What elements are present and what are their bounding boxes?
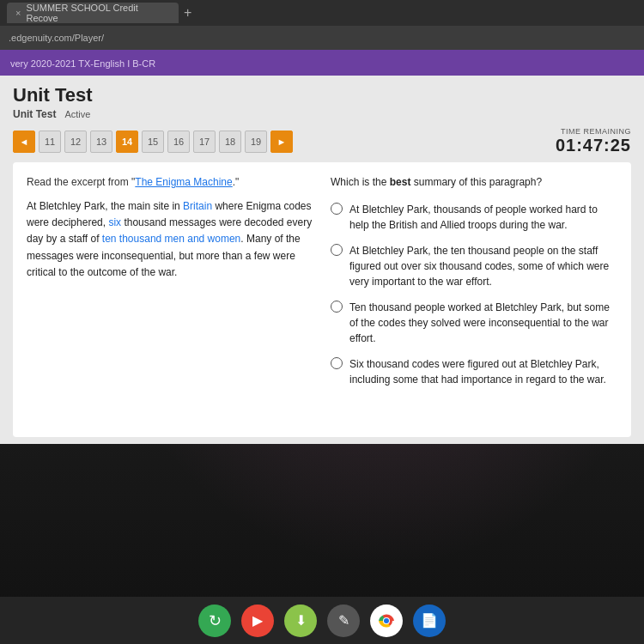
highlight-six: six xyxy=(108,216,121,228)
nav-btn-11[interactable]: 11 xyxy=(39,131,61,153)
browser-chrome: × SUMMER SCHOOL Credit Recove + .edgenui… xyxy=(0,0,644,50)
active-tab[interactable]: × SUMMER SCHOOL Credit Recove xyxy=(7,3,179,23)
time-value: 01:47:25 xyxy=(556,136,631,155)
time-remaining: TIME REMAINING 01:47:25 xyxy=(556,127,631,155)
app-header-title: very 2020-2021 TX-English I B-CR xyxy=(10,58,155,69)
subtitle-label: Unit Test xyxy=(13,108,56,120)
answer-text-2: At Bletchley Park, the ten thousand peop… xyxy=(349,243,617,289)
tab-close-icon[interactable]: × xyxy=(15,8,21,18)
radio-4[interactable] xyxy=(331,357,343,369)
taskbar-youtube-icon[interactable]: ▶ xyxy=(241,605,274,637)
page-subtitle: Unit Test Active xyxy=(13,108,631,120)
nav-btn-13[interactable]: 13 xyxy=(90,131,112,153)
tab-bar: × SUMMER SCHOOL Credit Recove + xyxy=(0,0,644,26)
answer-text-3: Ten thousand people worked at Bletchley … xyxy=(349,300,617,346)
nav-prev-button[interactable]: ◄ xyxy=(13,131,35,153)
nav-bar: ◄ 11 12 13 14 15 16 17 18 19 ► TIME REMA… xyxy=(13,127,631,155)
highlight-ten-thousand: ten thousand men and women xyxy=(102,233,240,245)
answer-option-4[interactable]: Six thousand codes were figured out at B… xyxy=(331,356,617,387)
passage-text: At Bletchley Park, the main site in Brit… xyxy=(27,198,313,281)
app-header: very 2020-2021 TX-English I B-CR xyxy=(0,50,644,76)
right-panel: Which is the best summary of this paragr… xyxy=(331,174,617,425)
taskbar-download-icon[interactable]: ⬇ xyxy=(284,605,317,637)
nav-btn-14[interactable]: 14 xyxy=(116,131,138,153)
answer-text-1: At Bletchley Park, thousands of people w… xyxy=(349,202,617,233)
tab-title: SUMMER SCHOOL Credit Recove xyxy=(26,3,170,23)
answer-option-2[interactable]: At Bletchley Park, the ten thousand peop… xyxy=(331,243,617,289)
question-bold: best xyxy=(390,176,411,188)
radio-1[interactable] xyxy=(331,203,343,215)
new-tab-button[interactable]: + xyxy=(184,5,191,21)
answer-option-3[interactable]: Ten thousand people worked at Bletchley … xyxy=(331,300,617,346)
read-prompt: Read the excerpt from "The Enigma Machin… xyxy=(27,174,313,190)
highlight-britain: Britain xyxy=(183,200,212,212)
answer-text-4: Six thousand codes were figured out at B… xyxy=(349,356,617,387)
url-text: .edgenuity.com/Player/ xyxy=(9,33,104,43)
nav-left: ◄ 11 12 13 14 15 16 17 18 19 ► xyxy=(13,131,293,153)
enigma-link[interactable]: The Enigma Machine xyxy=(135,176,232,188)
question-text: Which is the best summary of this paragr… xyxy=(331,174,617,190)
nav-btn-15[interactable]: 15 xyxy=(142,131,164,153)
taskbar: ↻ ▶ ⬇ ✎ 📄 xyxy=(0,597,644,644)
taskbar-docs-icon[interactable]: 📄 xyxy=(413,605,446,637)
status-badge: Active xyxy=(64,109,90,119)
left-panel: Read the excerpt from "The Enigma Machin… xyxy=(27,174,313,425)
taskbar-notes-icon[interactable]: ✎ xyxy=(327,605,360,637)
time-label: TIME REMAINING xyxy=(556,127,631,136)
radio-2[interactable] xyxy=(331,244,343,256)
question-card: Read the excerpt from "The Enigma Machin… xyxy=(13,162,631,437)
nav-btn-17[interactable]: 17 xyxy=(193,131,216,153)
nav-btn-19[interactable]: 19 xyxy=(245,131,267,153)
nav-btn-12[interactable]: 12 xyxy=(64,131,87,153)
main-content: Unit Test Unit Test Active ◄ 11 12 13 14… xyxy=(0,76,644,444)
address-bar[interactable]: .edgenuity.com/Player/ xyxy=(0,26,644,50)
nav-btn-18[interactable]: 18 xyxy=(219,131,241,153)
taskbar-chrome-icon[interactable] xyxy=(370,605,403,637)
nav-btn-16[interactable]: 16 xyxy=(167,131,190,153)
nav-next-button[interactable]: ► xyxy=(270,131,293,153)
page-title: Unit Test xyxy=(13,84,631,106)
answer-option-1[interactable]: At Bletchley Park, thousands of people w… xyxy=(331,202,617,233)
radio-3[interactable] xyxy=(331,301,343,313)
svg-point-4 xyxy=(384,618,389,623)
taskbar-refresh-icon[interactable]: ↻ xyxy=(198,605,231,637)
